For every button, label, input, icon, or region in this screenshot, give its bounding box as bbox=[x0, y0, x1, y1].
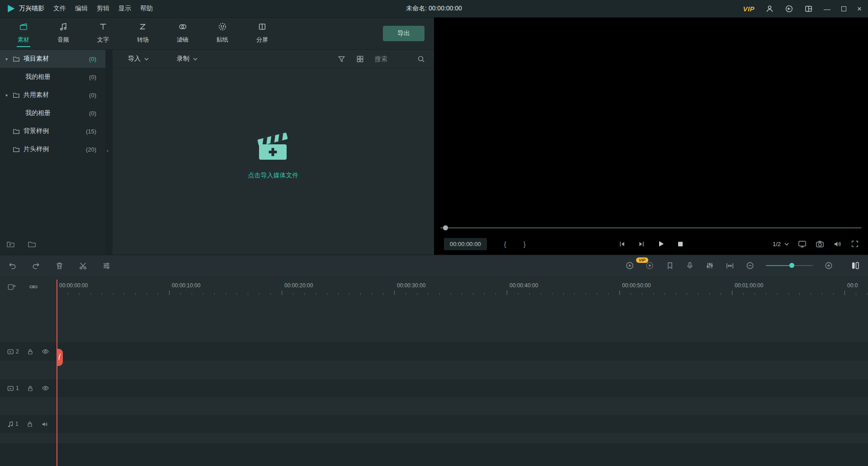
adjust-properties-icon[interactable] bbox=[102, 262, 111, 270]
timeline-ruler[interactable]: 00:00:00:0000:00:10:0000:00:20:0000:00:3… bbox=[57, 276, 868, 296]
import-dropdown[interactable]: 导入 bbox=[128, 55, 149, 63]
seek-track[interactable] bbox=[440, 227, 862, 228]
tab-audio[interactable]: 音频 bbox=[43, 18, 83, 49]
feedback-icon[interactable] bbox=[785, 5, 793, 13]
tab-label: 贴纸 bbox=[217, 36, 228, 44]
export-button[interactable]: 导出 bbox=[383, 26, 425, 41]
split-scissors-icon[interactable] bbox=[79, 262, 87, 270]
toggle-visibility-eye-icon[interactable] bbox=[42, 385, 49, 391]
preview-quality-dropdown[interactable]: 1/2 bbox=[773, 241, 789, 247]
mark-out-button[interactable]: } bbox=[524, 240, 526, 248]
filter-funnel-icon[interactable] bbox=[338, 55, 345, 63]
undo-icon[interactable] bbox=[8, 262, 17, 270]
auto-ripple-icon[interactable] bbox=[726, 262, 734, 270]
toggle-visibility-eye-icon[interactable] bbox=[42, 348, 49, 355]
snapshot-camera-icon[interactable] bbox=[816, 240, 824, 248]
track-number: 1 bbox=[16, 385, 19, 391]
stop-button-icon[interactable] bbox=[678, 241, 684, 247]
track-audio-1[interactable] bbox=[0, 415, 868, 433]
previous-frame-icon[interactable] bbox=[619, 241, 626, 247]
tab-label: 文字 bbox=[97, 36, 109, 44]
tab-media[interactable]: 素材 bbox=[4, 18, 43, 49]
volume-icon[interactable] bbox=[833, 240, 842, 248]
display-device-icon[interactable] bbox=[798, 240, 807, 248]
lock-track-icon[interactable] bbox=[27, 421, 33, 428]
mark-in-button[interactable]: { bbox=[504, 240, 506, 248]
next-frame-icon[interactable] bbox=[638, 241, 645, 247]
zoom-in-icon[interactable] bbox=[825, 262, 833, 270]
delete-folder-icon[interactable] bbox=[28, 240, 36, 249]
mute-track-speaker-icon[interactable] bbox=[41, 421, 48, 428]
link-clips-icon[interactable] bbox=[29, 283, 38, 291]
sidebar-item-background-samples[interactable]: 背景样例 (15) bbox=[0, 122, 105, 140]
sidebar-item-my-album-1[interactable]: 我的相册 (0) bbox=[0, 68, 105, 86]
vip-mini-badge: VIP bbox=[636, 257, 648, 263]
search-icon[interactable] bbox=[417, 55, 425, 63]
search-box[interactable] bbox=[375, 55, 425, 63]
zoom-slider-handle[interactable] bbox=[789, 263, 794, 268]
tab-split-screen[interactable]: 分屏 bbox=[242, 18, 282, 49]
new-folder-icon[interactable] bbox=[6, 240, 15, 249]
menu-help[interactable]: 帮助 bbox=[140, 5, 153, 13]
asset-tabs: 素材 音频 文字 转场 滤镜 bbox=[0, 18, 434, 50]
menu-edit[interactable]: 编辑 bbox=[75, 5, 88, 13]
timeline-bottom-area bbox=[0, 443, 868, 466]
ruler-label: 00:00:20:00 bbox=[284, 282, 313, 289]
playhead[interactable] bbox=[57, 280, 57, 466]
search-input[interactable] bbox=[375, 55, 414, 62]
seek-bar[interactable] bbox=[440, 225, 862, 230]
timeline-zoom-slider[interactable] bbox=[766, 262, 813, 269]
track-video-1[interactable] bbox=[0, 379, 868, 397]
lock-track-icon[interactable] bbox=[27, 348, 33, 355]
playhead-handle[interactable] bbox=[57, 349, 63, 366]
fullscreen-icon[interactable] bbox=[851, 240, 859, 248]
sidebar-item-shared-media[interactable]: ▾ 共用素材 (0) bbox=[0, 86, 105, 104]
seek-handle[interactable] bbox=[443, 225, 448, 230]
audio-mixer-icon[interactable] bbox=[706, 262, 714, 270]
collapse-sidebar-icon[interactable]: ‹ bbox=[107, 147, 108, 154]
grid-view-icon[interactable] bbox=[356, 55, 364, 63]
expander-icon[interactable]: ▾ bbox=[5, 93, 13, 98]
minimize-button[interactable]: — bbox=[824, 5, 830, 12]
tab-transition[interactable]: 转场 bbox=[123, 18, 163, 49]
sidebar-item-project-media[interactable]: ▾ 项目素材 (0) bbox=[0, 50, 105, 68]
track-header-video-2: 2 bbox=[7, 342, 49, 361]
record-dropdown[interactable]: 录制 bbox=[177, 55, 198, 63]
lock-track-icon[interactable] bbox=[27, 385, 33, 392]
close-button[interactable]: × bbox=[857, 5, 862, 13]
delete-icon[interactable] bbox=[55, 262, 64, 270]
sidebar-item-intro-samples[interactable]: 片头样例 (20) bbox=[0, 140, 105, 158]
current-timecode: 00:00:00:00 bbox=[444, 238, 487, 250]
import-media-dropzone[interactable]: 点击导入媒体文件 bbox=[248, 128, 299, 180]
marker-icon[interactable] bbox=[666, 262, 674, 270]
tab-filter[interactable]: 滤镜 bbox=[163, 18, 203, 49]
ruler-label: 00:0 bbox=[847, 282, 858, 289]
tab-sticker[interactable]: 贴纸 bbox=[203, 18, 242, 49]
maximize-button[interactable] bbox=[841, 6, 846, 11]
expander-icon[interactable]: ▾ bbox=[5, 57, 13, 62]
folder-icon bbox=[13, 91, 20, 99]
zoom-slider-fill bbox=[766, 265, 792, 266]
ruler-label: 00:00:10:00 bbox=[172, 282, 200, 289]
menu-clip[interactable]: 剪辑 bbox=[97, 5, 109, 13]
media-clapper-icon bbox=[19, 22, 28, 33]
item-count: (20) bbox=[86, 146, 96, 153]
tab-text[interactable]: 文字 bbox=[83, 18, 123, 49]
playback-speed-icon[interactable] bbox=[625, 261, 634, 270]
track-height-icon[interactable] bbox=[851, 262, 860, 270]
sidebar-item-label: 项目素材 bbox=[24, 55, 49, 63]
vip-badge[interactable]: VIP bbox=[743, 5, 755, 13]
add-to-track-icon[interactable] bbox=[7, 283, 16, 291]
redo-icon[interactable] bbox=[32, 262, 40, 270]
track-header-video-1: 1 bbox=[7, 379, 49, 397]
menu-file[interactable]: 文件 bbox=[53, 5, 66, 13]
menu-view[interactable]: 显示 bbox=[118, 5, 131, 13]
zoom-out-icon[interactable] bbox=[746, 262, 754, 270]
account-icon[interactable] bbox=[765, 5, 774, 13]
play-button-icon[interactable] bbox=[658, 240, 665, 247]
folder-icon bbox=[13, 55, 20, 62]
voiceover-mic-icon[interactable] bbox=[686, 262, 694, 270]
layout-icon[interactable] bbox=[804, 5, 813, 13]
track-video-2[interactable] bbox=[0, 342, 868, 361]
sidebar-item-my-album-2[interactable]: 我的相册 (0) bbox=[0, 104, 105, 122]
